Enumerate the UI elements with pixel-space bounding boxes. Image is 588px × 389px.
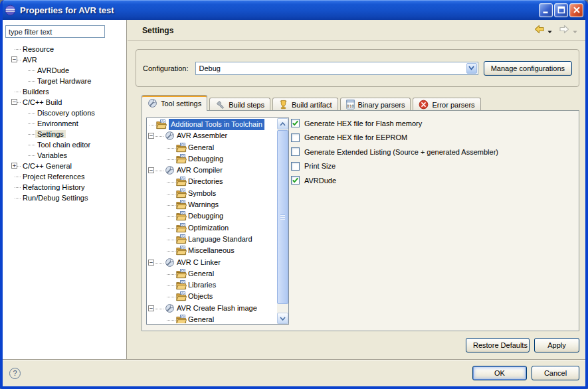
collapse-icon[interactable]: −	[148, 305, 154, 311]
restore-defaults-button[interactable]: Restore Defaults	[466, 338, 530, 352]
tree-connector	[28, 145, 35, 145]
sidebar-item-builders[interactable]: Builders	[3, 86, 126, 97]
checkbox-checked-icon[interactable]	[291, 119, 300, 127]
sidebar: Resource−AVRAVRDudeTarget HardwareBuilde…	[3, 20, 127, 359]
tool-tree-item[interactable]: Debugging	[147, 153, 276, 165]
option-row: Generate Extended Listing (Source + gene…	[291, 145, 498, 159]
scrollbar[interactable]	[277, 118, 288, 324]
tool-tree-item[interactable]: General	[147, 268, 276, 279]
tool-tree-item-label: Debugging	[188, 210, 223, 222]
cancel-button[interactable]: Cancel	[532, 366, 579, 380]
scroll-up-icon[interactable]	[277, 118, 288, 129]
sidebar-item-variables[interactable]: Variables	[3, 150, 126, 161]
sidebar-item-project-references[interactable]: Project References	[3, 171, 126, 182]
expand-icon[interactable]: +	[11, 163, 17, 169]
forward-arrow-icon[interactable]	[559, 24, 570, 37]
sidebar-item-run-debug-settings[interactable]: Run/Debug Settings	[3, 193, 126, 203]
sidebar-item-label: Discovery options	[37, 109, 95, 117]
configuration-group: Configuration: Debug Manage configuratio…	[136, 49, 579, 87]
sidebar-item-avr[interactable]: −AVR	[3, 54, 126, 65]
tool-icon	[165, 165, 175, 177]
properties-nav-tree: Resource−AVRAVRDudeTarget HardwareBuilde…	[3, 44, 126, 203]
hammer-icon	[215, 100, 225, 110]
scrollbar-thumb[interactable]	[277, 130, 288, 304]
title-bar[interactable]: Properties for AVR test	[0, 0, 588, 20]
tool-tree-item[interactable]: Libraries	[147, 279, 276, 291]
tool-tree-item[interactable]: −AVR Create Flash image	[147, 303, 276, 314]
tree-connector	[167, 251, 175, 252]
back-arrow-icon[interactable]	[534, 24, 545, 37]
collapse-icon[interactable]: −	[11, 99, 17, 105]
manage-configurations-button[interactable]: Manage configurations	[484, 61, 572, 76]
sidebar-item-label: C/C++ Build	[23, 98, 62, 106]
tool-tree-item-label: Additional Tools in Toolchain	[169, 119, 264, 130]
tab-build-artifact[interactable]: Build artifact	[272, 98, 338, 111]
tool-tree-item-label: Objects	[188, 291, 213, 302]
folder-icon	[176, 223, 187, 234]
help-icon[interactable]: ?	[9, 368, 21, 379]
sidebar-item-settings[interactable]: Settings	[3, 129, 126, 139]
ok-button[interactable]: OK	[472, 366, 527, 380]
folder-icon	[176, 291, 187, 303]
sidebar-item-avrdude[interactable]: AVRDude	[3, 65, 126, 76]
checkbox-icon[interactable]	[291, 147, 300, 156]
sidebar-item-label: AVR	[23, 56, 37, 64]
tool-tree-item[interactable]: Symbols	[147, 188, 276, 199]
sidebar-item-environment[interactable]: Environment	[3, 118, 126, 129]
collapse-icon[interactable]: −	[148, 167, 154, 173]
close-button[interactable]	[569, 3, 583, 17]
maximize-button[interactable]	[554, 3, 568, 17]
collapse-icon[interactable]: −	[11, 56, 17, 62]
tab-build-steps[interactable]: Build steps	[209, 98, 270, 111]
tool-tree-item[interactable]: Warnings	[147, 199, 276, 210]
folder-icon	[156, 119, 167, 131]
sidebar-item-target-hardware[interactable]: Target Hardware	[3, 76, 126, 86]
sidebar-item-discovery-options[interactable]: Discovery options	[3, 108, 126, 118]
tab-label: Tool settings	[161, 100, 201, 108]
tool-tree-item[interactable]: Objects	[147, 291, 276, 302]
tool-tree-item[interactable]: −AVR Assembler	[147, 130, 276, 141]
tool-tree-item[interactable]: Directories	[147, 176, 276, 187]
tab-tool-settings[interactable]: Tool settings	[142, 95, 207, 111]
forward-menu-caret-icon[interactable]	[573, 25, 577, 37]
minimize-button[interactable]	[539, 3, 553, 17]
tool-tree-item[interactable]: Miscellaneous	[147, 245, 276, 256]
checkbox-checked-icon[interactable]	[291, 176, 300, 185]
checkbox-icon[interactable]	[291, 162, 300, 171]
settings-page: Settings Configuration: Debug Manage con…	[128, 20, 585, 359]
sidebar-item-c-c-build[interactable]: −C/C++ Build	[3, 97, 126, 108]
scroll-down-icon[interactable]	[277, 313, 288, 324]
apply-button[interactable]: Apply	[534, 338, 579, 352]
tree-connector	[28, 155, 35, 156]
tool-tree-item[interactable]: −AVR Compiler	[147, 165, 276, 176]
filter-input[interactable]	[5, 25, 105, 38]
tool-tree-item[interactable]: Debugging	[147, 210, 276, 222]
tool-icon	[165, 258, 175, 269]
back-menu-caret-icon[interactable]	[547, 25, 552, 37]
tool-tree-item-label: Directories	[188, 176, 223, 187]
option-label: Print Size	[304, 162, 336, 170]
tool-tree-item[interactable]: General	[147, 142, 276, 153]
tree-connector	[167, 148, 175, 149]
tool-tree-item[interactable]: −AVR C Linker	[147, 257, 276, 268]
tool-tree-item[interactable]: Additional Tools in Toolchain	[147, 119, 276, 130]
tool-tree-item-label: Language Standard	[188, 234, 252, 245]
tool-tree-item[interactable]: General	[147, 314, 276, 323]
collapse-icon[interactable]: −	[148, 133, 154, 139]
properties-dialog: Properties for AVR test Resource−AVRAVRD…	[0, 0, 588, 389]
sidebar-item-refactoring-history[interactable]: Refactoring History	[3, 182, 126, 193]
collapse-icon[interactable]: −	[148, 260, 154, 266]
sidebar-item-c-c-general[interactable]: +C/C++ General	[3, 161, 126, 171]
tab-error-parsers[interactable]: Error parsers	[413, 98, 480, 111]
sidebar-item-resource[interactable]: Resource	[3, 44, 126, 54]
checkbox-icon[interactable]	[291, 133, 300, 142]
configuration-select[interactable]: Debug	[195, 62, 478, 75]
tool-tree-item[interactable]: Language Standard	[147, 234, 276, 245]
sidebar-item-label: Settings	[35, 130, 66, 138]
tool-tree-item-label: AVR Create Flash image	[177, 303, 257, 314]
sidebar-item-tool-chain-editor[interactable]: Tool chain editor	[3, 139, 126, 150]
tab-binary-parsers[interactable]: 010Binary parsers	[340, 98, 411, 111]
tool-tree-item[interactable]: Optimization	[147, 222, 276, 234]
combo-dropdown-icon[interactable]	[466, 63, 477, 74]
tree-connector	[167, 297, 175, 297]
